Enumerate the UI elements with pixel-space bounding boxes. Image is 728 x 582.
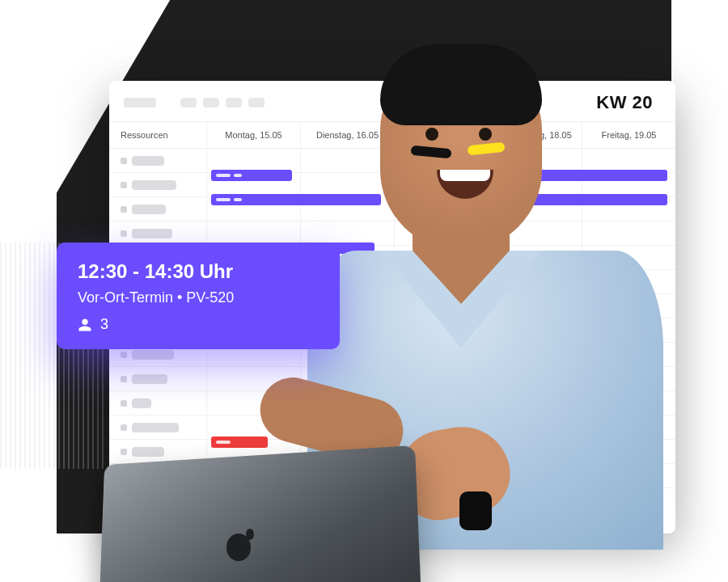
day-cell[interactable] xyxy=(394,318,488,343)
day-cell[interactable] xyxy=(582,173,675,197)
day-cell[interactable] xyxy=(582,246,675,270)
day-cell[interactable] xyxy=(394,221,488,246)
event-title-line: Vor-Ort-Termin • PV-520 xyxy=(78,289,319,306)
day-cell[interactable] xyxy=(300,415,394,440)
day-cell[interactable] xyxy=(300,367,394,391)
event-time: 12:30 - 14:30 Uhr xyxy=(78,260,319,283)
day-cell[interactable] xyxy=(394,173,488,197)
resources-header: Ressourcen xyxy=(109,122,206,148)
day-cell[interactable] xyxy=(394,391,488,415)
resource-row[interactable] xyxy=(109,173,206,197)
toolbar-control[interactable] xyxy=(124,98,156,108)
day-cell[interactable] xyxy=(488,197,582,221)
day-cell[interactable] xyxy=(488,464,582,488)
day-cell[interactable] xyxy=(488,415,582,440)
resource-row[interactable] xyxy=(109,464,206,488)
day-cell[interactable] xyxy=(394,415,488,440)
day-cell[interactable] xyxy=(394,294,488,318)
resource-row[interactable] xyxy=(109,367,206,391)
day-cell[interactable] xyxy=(582,197,675,221)
toolbar-control[interactable] xyxy=(226,98,242,108)
day-cell[interactable] xyxy=(582,391,675,415)
day-cell[interactable] xyxy=(488,391,582,415)
day-cell[interactable] xyxy=(206,367,300,391)
apple-logo-icon xyxy=(226,534,251,561)
day-cell[interactable] xyxy=(300,464,394,488)
day-cell[interactable] xyxy=(394,464,488,488)
day-cell[interactable] xyxy=(582,367,675,391)
day-cell[interactable] xyxy=(582,149,675,173)
day-cell[interactable] xyxy=(488,294,582,318)
day-cell[interactable] xyxy=(488,367,582,391)
day-cell[interactable] xyxy=(488,149,582,173)
day-cell[interactable] xyxy=(488,318,582,343)
day-cell[interactable] xyxy=(394,440,488,464)
day-cell[interactable] xyxy=(206,197,300,221)
day-cell[interactable] xyxy=(582,343,675,367)
toolbar-control[interactable] xyxy=(180,98,197,108)
day-cell[interactable] xyxy=(582,270,675,294)
day-cell[interactable] xyxy=(206,440,300,464)
calendar-header: Ressourcen Montag, 15.05 Dienstag, 16.05… xyxy=(109,122,675,149)
event-title: Vor-Ort-Termin xyxy=(78,289,173,306)
day-cell[interactable] xyxy=(300,173,394,197)
day-cell[interactable] xyxy=(488,343,582,367)
toolbar: KW 20 xyxy=(109,81,675,122)
day-cell[interactable] xyxy=(488,246,582,270)
resource-row[interactable] xyxy=(109,415,206,440)
day-cell[interactable] xyxy=(300,391,394,415)
toolbar-control[interactable] xyxy=(203,98,219,108)
day-cell[interactable] xyxy=(582,415,675,440)
day-cell[interactable] xyxy=(582,221,675,246)
day-cell[interactable] xyxy=(582,294,675,318)
event-popover[interactable]: 12:30 - 14:30 Uhr Vor-Ort-Termin • PV-52… xyxy=(57,242,340,349)
resource-row[interactable] xyxy=(109,149,206,173)
day-header: Donnerstag, 18.05 xyxy=(488,122,582,148)
event-attendee-count: 3 xyxy=(100,316,108,333)
day-cell[interactable] xyxy=(394,367,488,391)
day-cell[interactable] xyxy=(394,246,488,270)
day-cell[interactable] xyxy=(206,173,300,197)
event-code: PV-520 xyxy=(186,289,234,306)
day-cell[interactable] xyxy=(582,318,675,343)
week-label: KW 20 xyxy=(596,92,661,113)
day-cell[interactable] xyxy=(206,464,300,488)
day-cell[interactable] xyxy=(206,149,300,173)
resource-row[interactable] xyxy=(109,391,206,415)
day-cell[interactable] xyxy=(394,149,488,173)
day-header: Dienstag, 16.05 xyxy=(300,122,394,148)
day-cell[interactable] xyxy=(394,270,488,294)
day-header: Freitag, 19.05 xyxy=(582,122,675,148)
day-cell[interactable] xyxy=(394,197,488,221)
day-header: Mittwoch, 17.05 xyxy=(394,122,488,148)
day-header: Montag, 15.05 xyxy=(206,122,300,148)
event-bar[interactable] xyxy=(310,509,383,521)
day-cell[interactable] xyxy=(300,197,394,221)
toolbar-control[interactable] xyxy=(248,98,265,108)
day-cell[interactable] xyxy=(488,440,582,464)
day-cell[interactable] xyxy=(488,221,582,246)
day-cell[interactable] xyxy=(300,149,394,173)
day-cell[interactable] xyxy=(206,415,300,440)
event-attendees: 3 xyxy=(78,316,319,333)
day-cell[interactable] xyxy=(582,440,675,464)
resource-row[interactable] xyxy=(109,440,206,464)
day-cell[interactable] xyxy=(582,464,675,488)
day-cell[interactable] xyxy=(394,343,488,367)
day-cell[interactable] xyxy=(488,270,582,294)
person-icon xyxy=(78,318,92,332)
day-cell[interactable] xyxy=(488,173,582,197)
day-cell[interactable] xyxy=(206,391,300,415)
day-cell[interactable] xyxy=(300,440,394,464)
resource-row[interactable] xyxy=(109,197,206,221)
